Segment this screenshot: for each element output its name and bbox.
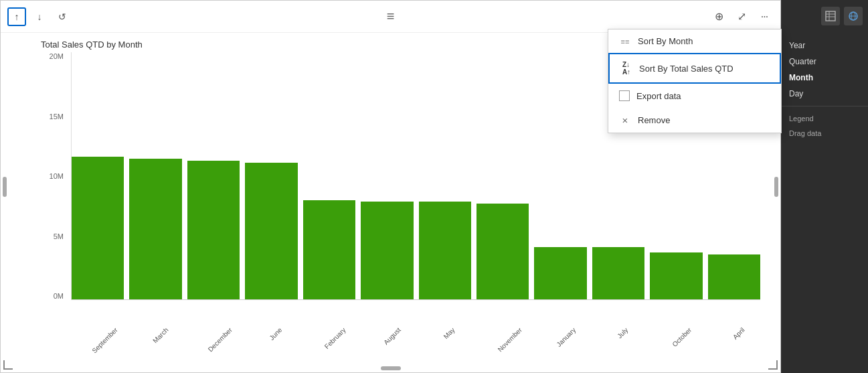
bar-group [650, 252, 702, 299]
globe-icon [848, 11, 859, 21]
remove-item[interactable]: × Remove [608, 108, 781, 133]
export-icon [619, 90, 630, 101]
y-label-5m: 5M [54, 232, 64, 240]
sort-total-label: Sort By Total Sales QTD [639, 64, 733, 74]
panel-fields: YearQuarterMonthDay [781, 38, 868, 102]
x-axis-label: March [151, 326, 169, 344]
sort-total-icon: Z↓A↑ [620, 61, 632, 76]
sort-by-total-item[interactable]: Z↓A↑ Sort By Total Sales QTD [608, 53, 781, 84]
x-axis-label: October [671, 326, 693, 348]
x-label-wrap: December [187, 323, 240, 333]
panel-top-icons [781, 4, 868, 31]
bar-group [419, 202, 471, 299]
bar-group [592, 247, 644, 299]
table-icon [825, 11, 836, 21]
bar[interactable] [245, 163, 297, 299]
bar[interactable] [419, 202, 471, 299]
panel-icon-2[interactable] [844, 7, 863, 25]
bar-group [476, 204, 529, 299]
x-axis-label: December [207, 326, 234, 353]
bar[interactable] [129, 159, 181, 299]
download-button[interactable]: ⊕ [709, 7, 728, 26]
x-label-wrap: February [302, 323, 355, 333]
sort-by-month-item[interactable]: ≡≡ Sort By Month [608, 29, 781, 53]
bar-group [708, 254, 760, 299]
toolbar-right: ⊕ ⤢ ··· [709, 7, 774, 26]
x-axis-label: January [555, 326, 578, 348]
right-panel: YearQuarterMonthDay Legend Drag data [781, 0, 868, 373]
x-label-wrap: November [476, 323, 529, 333]
sort-month-label: Sort By Month [638, 36, 693, 46]
toolbar-center-handle: ≡ [387, 9, 395, 24]
reset-icon: ↺ [58, 11, 66, 22]
undo-icon: ↑ [15, 11, 19, 22]
chart-container: ↑ ↓ ↺ ≡ ⊕ ⤢ ··· ≡≡ Sort By Mo [0, 0, 781, 373]
y-label-15m: 15M [50, 113, 64, 121]
bar[interactable] [650, 252, 702, 299]
panel-field-item[interactable]: Day [781, 86, 868, 102]
x-label-wrap: May [418, 323, 471, 333]
bar-group [129, 159, 181, 299]
x-labels: SeptemberMarchDecemberJuneFebruaryAugust… [71, 323, 760, 333]
svg-rect-0 [826, 11, 835, 21]
x-label-wrap: August [361, 323, 414, 333]
y-axis: 0M 5M 10M 15M 20M [41, 52, 68, 300]
x-axis-label: May [442, 326, 456, 340]
bar[interactable] [708, 254, 760, 299]
bar[interactable] [187, 161, 240, 299]
bar-group [361, 202, 413, 299]
bar[interactable] [592, 247, 644, 299]
bar[interactable] [303, 200, 355, 299]
hamburger-icon: ≡ [387, 9, 395, 24]
export-data-item[interactable]: Export data [608, 84, 781, 108]
expand-button[interactable]: ⤢ [732, 7, 751, 26]
export-label: Export data [636, 91, 681, 101]
x-axis-label: June [268, 326, 283, 342]
bar-group [534, 247, 586, 299]
panel-field-item[interactable]: Year [781, 38, 868, 54]
bar-group [187, 161, 240, 299]
more-icon: ··· [761, 11, 768, 23]
remove-label: Remove [638, 115, 670, 125]
x-label-wrap: January [534, 323, 587, 333]
drag-section: Drag data [781, 125, 868, 140]
x-label-wrap: September [71, 323, 124, 333]
remove-icon: × [619, 115, 631, 126]
fields-section [781, 31, 868, 38]
x-label-wrap: April [708, 323, 761, 333]
sort-month-icon: ≡≡ [619, 38, 631, 46]
y-label-20m: 20M [50, 52, 64, 60]
x-label-wrap: March [129, 323, 182, 333]
chart-toolbar: ↑ ↓ ↺ ≡ ⊕ ⤢ ··· ≡≡ Sort By Mo [1, 1, 780, 33]
bar-group [72, 157, 124, 299]
x-label-wrap: July [592, 323, 645, 333]
bar[interactable] [72, 157, 124, 299]
undo-button[interactable]: ↑ [7, 7, 26, 26]
bar-group [303, 200, 355, 299]
redo-button[interactable]: ↓ [30, 7, 49, 26]
panel-field-item[interactable]: Quarter [781, 54, 868, 70]
x-axis-label: July [616, 326, 629, 340]
bar-group [245, 163, 297, 299]
y-label-0m: 0M [54, 292, 64, 300]
x-label-wrap: June [245, 323, 298, 333]
reset-button[interactable]: ↺ [53, 7, 72, 26]
bar[interactable] [361, 202, 413, 299]
redo-icon: ↓ [37, 11, 42, 22]
bar[interactable] [476, 204, 529, 299]
bar[interactable] [534, 247, 586, 299]
x-axis-label: August [382, 326, 402, 346]
x-axis-label: November [496, 326, 523, 353]
x-axis-label: April [731, 326, 746, 341]
expand-icon: ⤢ [737, 10, 746, 23]
legend-section: Legend [781, 110, 868, 125]
x-axis-label: September [90, 326, 118, 354]
panel-field-item[interactable]: Month [781, 70, 868, 86]
panel-icon-1[interactable] [821, 7, 840, 25]
x-label-wrap: October [650, 323, 703, 333]
context-menu: ≡≡ Sort By Month Z↓A↑ Sort By Total Sale… [608, 29, 782, 133]
panel-divider [781, 106, 868, 106]
y-label-10m: 10M [50, 172, 64, 180]
more-button[interactable]: ··· [755, 7, 774, 26]
x-axis-label: February [323, 326, 347, 350]
